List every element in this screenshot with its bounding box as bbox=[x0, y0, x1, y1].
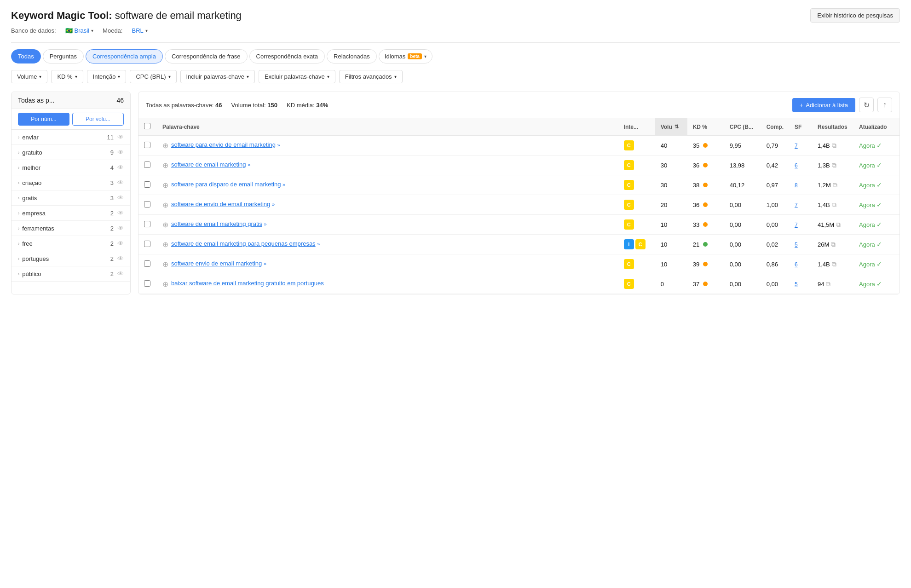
refresh-button[interactable]: ↻ bbox=[859, 98, 874, 112]
cell-comp: 0,00 bbox=[761, 274, 789, 294]
add-keyword-icon[interactable]: ⊕ bbox=[162, 161, 168, 170]
copy-icon[interactable]: ⧉ bbox=[831, 241, 836, 248]
keyword-arrow-icon: » bbox=[264, 261, 266, 266]
database-selector[interactable]: 🇧🇷 Brasil ▾ bbox=[65, 27, 94, 34]
eye-icon[interactable]: 👁 bbox=[117, 225, 124, 232]
keyword-link[interactable]: software para disparo de email marketing bbox=[171, 181, 281, 188]
th-volume[interactable]: Volu⇅ bbox=[655, 118, 687, 136]
cell-comp: 0,02 bbox=[761, 235, 789, 254]
keyword-link[interactable]: baixar software de email marketing gratu… bbox=[171, 280, 324, 287]
list-item[interactable]: › gratis 3 👁 bbox=[12, 190, 130, 206]
keyword-link[interactable]: software de email marketing bbox=[171, 161, 246, 168]
list-item[interactable]: › melhor 4 👁 bbox=[12, 160, 130, 175]
tab-correspondencia-ampla[interactable]: Correspondência ampla bbox=[86, 49, 163, 63]
eye-icon[interactable]: 👁 bbox=[117, 270, 124, 277]
row-checkbox[interactable] bbox=[144, 142, 150, 148]
tab-todas[interactable]: Todas bbox=[11, 49, 41, 63]
check-icon: ✓ bbox=[876, 142, 882, 149]
row-checkbox[interactable] bbox=[144, 181, 150, 188]
add-icon: + bbox=[800, 102, 803, 109]
sf-link[interactable]: 5 bbox=[795, 242, 798, 248]
list-item[interactable]: › ferramentas 2 👁 bbox=[12, 221, 130, 236]
sf-link[interactable]: 5 bbox=[795, 281, 798, 288]
cell-kd: 33 bbox=[687, 215, 724, 235]
add-keyword-icon[interactable]: ⊕ bbox=[162, 141, 168, 150]
copy-icon[interactable]: ⧉ bbox=[832, 201, 836, 209]
eye-icon[interactable]: 👁 bbox=[117, 179, 124, 186]
tab-idiomas[interactable]: Idiomas beta ▾ bbox=[379, 49, 432, 63]
keyword-link[interactable]: software de email marketing gratis bbox=[171, 220, 262, 227]
add-keyword-icon[interactable]: ⊕ bbox=[162, 181, 168, 190]
filter-intention[interactable]: Intenção ▾ bbox=[87, 70, 127, 83]
filter-advanced[interactable]: Filtros avançados ▾ bbox=[339, 70, 403, 83]
filter-exclude-keywords[interactable]: Excluir palavras-chave ▾ bbox=[259, 70, 335, 83]
currency-selector[interactable]: BRL ▾ bbox=[132, 27, 147, 34]
sidebar-btn-by-number[interactable]: Por núm... bbox=[18, 113, 69, 126]
eye-icon[interactable]: 👁 bbox=[117, 255, 124, 262]
row-checkbox[interactable] bbox=[144, 201, 150, 208]
list-item[interactable]: › enviar 11 👁 bbox=[12, 130, 130, 145]
tab-correspondencia-frase[interactable]: Correspondência de frase bbox=[165, 49, 248, 63]
list-item[interactable]: › portugues 2 👁 bbox=[12, 251, 130, 266]
keyword-link[interactable]: software de email marketing para pequena… bbox=[171, 240, 316, 247]
cell-volume: 20 bbox=[655, 195, 687, 215]
intent-badge-c: C bbox=[624, 259, 634, 269]
copy-icon[interactable]: ⧉ bbox=[832, 161, 836, 169]
sf-link[interactable]: 7 bbox=[795, 202, 798, 208]
keyword-link[interactable]: software para envio de email marketing bbox=[171, 141, 276, 148]
eye-icon[interactable]: 👁 bbox=[117, 164, 124, 171]
add-keyword-icon[interactable]: ⊕ bbox=[162, 201, 168, 209]
copy-icon[interactable]: ⧉ bbox=[832, 260, 836, 268]
export-button[interactable]: ↑ bbox=[877, 98, 892, 112]
row-checkbox[interactable] bbox=[144, 260, 150, 267]
sidebar-btn-by-volume[interactable]: Por volu... bbox=[72, 113, 124, 126]
keyword-link[interactable]: software de envio de email marketing bbox=[171, 201, 270, 208]
row-checkbox[interactable] bbox=[144, 241, 150, 247]
copy-icon[interactable]: ⧉ bbox=[826, 280, 830, 288]
filter-cpc[interactable]: CPC (BRL) ▾ bbox=[130, 70, 176, 83]
check-icon: ✓ bbox=[876, 201, 882, 208]
history-button[interactable]: Exibir histórico de pesquisas bbox=[810, 8, 900, 23]
subheader: Banco de dados: 🇧🇷 Brasil ▾ Moeda: BRL ▾ bbox=[11, 27, 900, 34]
eye-icon[interactable]: 👁 bbox=[117, 133, 124, 141]
add-keyword-icon[interactable]: ⊕ bbox=[162, 280, 168, 288]
tab-correspondencia-exata[interactable]: Correspondência exata bbox=[249, 49, 325, 63]
copy-icon[interactable]: ⧉ bbox=[832, 142, 836, 150]
cell-updated: Agora✓ bbox=[853, 175, 899, 195]
cell-comp: 0,86 bbox=[761, 254, 789, 274]
list-item[interactable]: › gratuito 9 👁 bbox=[12, 145, 130, 160]
sf-link[interactable]: 7 bbox=[795, 143, 798, 149]
filter-kd[interactable]: KD % ▾ bbox=[51, 70, 83, 83]
list-item[interactable]: › público 2 👁 bbox=[12, 266, 130, 282]
sf-link[interactable]: 6 bbox=[795, 162, 798, 169]
copy-icon[interactable]: ⧉ bbox=[836, 221, 841, 229]
tab-relacionadas[interactable]: Relacionadas bbox=[327, 49, 377, 63]
filter-volume[interactable]: Volume ▾ bbox=[11, 70, 47, 83]
eye-icon[interactable]: 👁 bbox=[117, 194, 124, 202]
cell-sf: 6 bbox=[789, 156, 812, 175]
keyword-arrow-icon: » bbox=[317, 241, 320, 247]
add-keyword-icon[interactable]: ⊕ bbox=[162, 240, 168, 249]
sf-link[interactable]: 7 bbox=[795, 222, 798, 228]
list-item[interactable]: › criação 3 👁 bbox=[12, 175, 130, 190]
sf-link[interactable]: 8 bbox=[795, 182, 798, 189]
select-all-checkbox[interactable] bbox=[144, 123, 150, 129]
tab-perguntas[interactable]: Perguntas bbox=[43, 49, 84, 63]
filter-include-keywords[interactable]: Incluir palavras-chave ▾ bbox=[180, 70, 255, 83]
add-keyword-icon[interactable]: ⊕ bbox=[162, 260, 168, 269]
add-keyword-icon[interactable]: ⊕ bbox=[162, 220, 168, 229]
keyword-link[interactable]: software envio de email marketing bbox=[171, 260, 262, 267]
kd-dot bbox=[703, 222, 708, 227]
add-to-list-button[interactable]: + Adicionar à lista bbox=[792, 98, 855, 112]
list-item[interactable]: › free 2 👁 bbox=[12, 236, 130, 251]
row-checkbox[interactable] bbox=[144, 280, 150, 287]
row-checkbox[interactable] bbox=[144, 161, 150, 168]
intent-badge-c: C bbox=[635, 239, 646, 249]
sf-link[interactable]: 6 bbox=[795, 261, 798, 268]
eye-icon[interactable]: 👁 bbox=[117, 209, 124, 217]
row-checkbox[interactable] bbox=[144, 221, 150, 227]
eye-icon[interactable]: 👁 bbox=[117, 240, 124, 247]
eye-icon[interactable]: 👁 bbox=[117, 149, 124, 156]
list-item[interactable]: › empresa 2 👁 bbox=[12, 206, 130, 221]
copy-icon[interactable]: ⧉ bbox=[833, 181, 837, 189]
